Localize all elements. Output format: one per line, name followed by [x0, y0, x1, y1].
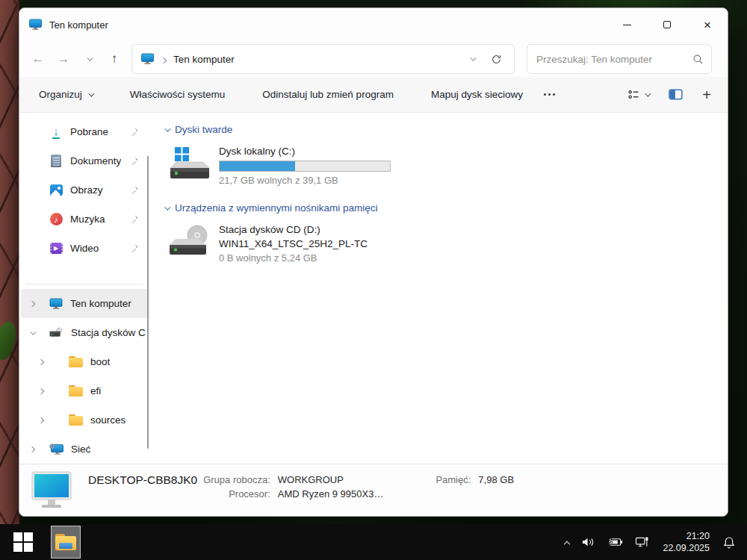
sidebar-item-label: Obrazy — [70, 184, 103, 196]
network-icon — [49, 444, 63, 455]
pin-icon — [129, 243, 139, 253]
battery-button[interactable] — [603, 527, 627, 557]
search-icon — [692, 54, 704, 65]
drive-free-space: 0 B wolnych z 5,24 GB — [219, 252, 368, 264]
drive-item-c[interactable]: Dysk lokalny (C:) 21,7 GB wolnych z 39,1… — [166, 143, 405, 189]
sidebar-item-label: Stacja dysków C — [71, 327, 146, 338]
drive-item-d[interactable]: Stacja dysków CD (D:) WIN11_X64_LTSC_25H… — [166, 221, 405, 267]
videos-icon: ▶ — [49, 243, 63, 254]
maximize-button[interactable] — [647, 8, 687, 41]
notifications-button[interactable] — [719, 527, 743, 557]
group-header-label: Dyski twarde — [175, 124, 232, 135]
sidebar-item-label: boot — [90, 356, 110, 367]
expand-chevron-icon[interactable] — [39, 418, 43, 423]
recent-locations-button[interactable] — [76, 46, 102, 72]
new-item-button[interactable]: + — [696, 83, 717, 107]
sidebar-scrollbar[interactable] — [147, 156, 149, 449]
system-properties-button[interactable]: Właściwości systemu — [121, 84, 235, 105]
cd-drive-icon — [169, 224, 211, 260]
sidebar-item-ten-komputer[interactable]: Ten komputer — [21, 289, 149, 318]
bell-icon — [723, 536, 735, 549]
chevron-down-icon — [470, 55, 476, 60]
this-pc-icon — [29, 19, 42, 31]
taskbar: 21:20 22.09.2025 — [0, 524, 747, 560]
collapse-chevron-icon — [164, 204, 170, 210]
sidebar-item-label: Dokumenty — [70, 155, 121, 167]
up-button[interactable]: ↑ — [102, 46, 127, 72]
expand-chevron-icon[interactable] — [30, 302, 34, 306]
downloads-icon: ↓ — [49, 125, 63, 139]
forward-button[interactable]: → — [51, 46, 76, 72]
wallpaper-bark-texture — [0, 0, 19, 560]
see-more-button[interactable] — [536, 87, 562, 102]
group-header-removable[interactable]: Urządzenia z wymiennymi nośnikami pamięc… — [164, 202, 728, 214]
address-bar[interactable]: Ten komputer — [131, 44, 515, 74]
pictures-icon — [49, 184, 63, 196]
sidebar-item-stacja-dyskow-c[interactable]: Stacja dysków C — [21, 318, 149, 347]
minimize-icon — [623, 25, 631, 25]
back-button[interactable]: ← — [25, 46, 51, 72]
view-list-icon — [627, 88, 640, 101]
tray-expand-button[interactable] — [560, 527, 574, 557]
sidebar-item-label: Wideo — [70, 243, 99, 254]
search-box[interactable] — [527, 44, 712, 74]
expand-chevron-icon[interactable] — [39, 360, 43, 364]
plus-icon: + — [702, 87, 711, 102]
sidebar-item-label: Sieć — [71, 444, 90, 455]
workgroup-label: Grupa robocza: — [203, 474, 270, 485]
disk-usage-fill — [220, 161, 295, 171]
start-button[interactable] — [6, 524, 40, 560]
preview-pane-button[interactable] — [663, 84, 689, 105]
chevron-down-icon — [88, 90, 94, 96]
sidebar-item-siec[interactable]: Sieć — [21, 435, 149, 464]
expand-chevron-icon[interactable] — [30, 447, 34, 452]
sidebar-item-label: Ten komputer — [70, 298, 131, 309]
sidebar-item-pobrane[interactable]: ↓ Pobrane — [21, 117, 149, 146]
windows-logo-icon — [13, 532, 33, 552]
file-explorer-window: Ten komputer × ← → ↑ Ten komputer — [19, 7, 728, 517]
refresh-button[interactable] — [484, 47, 508, 71]
pin-icon — [129, 156, 139, 166]
sidebar-item-dokumenty[interactable]: Dokumenty — [21, 146, 149, 175]
collapse-chevron-icon — [164, 125, 170, 131]
window-title: Ten komputer — [49, 19, 108, 31]
group-header-label: Urządzenia z wymiennymi nośnikami pamięc… — [175, 202, 378, 214]
address-dropdown-button[interactable] — [460, 47, 484, 71]
sidebar-item-boot[interactable]: boot — [21, 347, 149, 376]
organize-button[interactable]: Organizuj — [30, 84, 102, 105]
navigation-pane: ↓ Pobrane Dokumenty Obrazy ♪ Muzyka ▶ — [19, 113, 151, 464]
sidebar-item-efi[interactable]: efi — [21, 376, 149, 405]
details-pane: DESKTOP-CBB8JK0 Grupa robocza: WORKGROUP… — [19, 464, 728, 516]
sidebar-item-sources[interactable]: sources — [21, 405, 149, 435]
close-button[interactable]: × — [687, 8, 728, 41]
drive-name: Dysk lokalny (C:) — [219, 146, 391, 157]
collapse-chevron-icon[interactable] — [30, 331, 34, 335]
sidebar-item-wideo[interactable]: ▶ Wideo — [21, 234, 149, 263]
titlebar[interactable]: Ten komputer × — [19, 8, 728, 41]
music-icon: ♪ — [49, 213, 63, 225]
sidebar-item-muzyka[interactable]: ♪ Muzyka — [21, 205, 149, 234]
expand-chevron-icon[interactable] — [39, 389, 43, 393]
sidebar-item-obrazy[interactable]: Obrazy — [21, 175, 149, 205]
breadcrumb-item[interactable]: Ten komputer — [173, 54, 235, 65]
volume-label: WIN11_X64_LTSC_25H2_PL-TC — [219, 238, 368, 249]
minimize-button[interactable] — [607, 8, 647, 41]
volume-button[interactable] — [577, 527, 600, 557]
map-network-drive-button[interactable]: Mapuj dysk sieciowy — [422, 84, 532, 105]
pin-icon — [129, 214, 139, 224]
uninstall-program-button[interactable]: Odinstaluj lub zmień program — [253, 84, 403, 105]
taskbar-file-explorer-button[interactable] — [51, 526, 81, 559]
folder-icon — [69, 385, 83, 396]
command-bar: Organizuj Właściwości systemu Odinstaluj… — [19, 77, 728, 113]
close-icon: × — [704, 19, 711, 31]
documents-icon — [49, 155, 63, 167]
processor-value: AMD Ryzen 9 9950X3… — [278, 488, 384, 500]
taskbar-clock[interactable]: 21:20 22.09.2025 — [657, 530, 716, 554]
search-input[interactable] — [536, 54, 692, 65]
view-options-button[interactable] — [622, 84, 655, 105]
network-button[interactable] — [630, 527, 654, 557]
computer-name: DESKTOP-CBB8JK0 — [88, 473, 197, 487]
group-header-hard-drives[interactable]: Dyski twarde — [164, 124, 728, 135]
chevron-up-icon — [564, 541, 570, 547]
memory-label: Pamięć: — [436, 474, 471, 485]
